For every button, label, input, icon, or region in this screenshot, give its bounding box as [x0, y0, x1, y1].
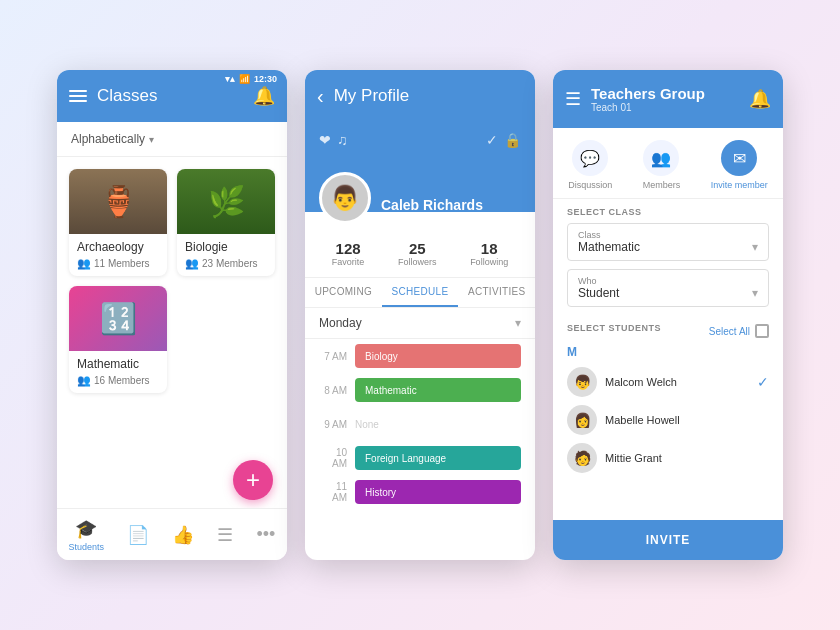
music-icon: ♫ [337, 132, 348, 148]
students-icon: 🎓 [75, 518, 97, 540]
stat-favorite: 128 Favorite [332, 240, 365, 267]
day-dropdown-icon: ▾ [515, 316, 521, 330]
add-class-fab[interactable]: + [233, 460, 273, 500]
profile-school: Oxford School [381, 213, 483, 224]
class-card-mathematic[interactable]: 🔢 Mathematic 👥 16 Members [69, 286, 167, 393]
students-section-header: SELECT STUDENTS Select All [567, 323, 769, 339]
tab-discussion[interactable]: 💬 Disqussion [568, 140, 612, 190]
time-11am: 11 AM [319, 481, 347, 503]
group-title: Teachers Group [591, 85, 739, 102]
back-button[interactable]: ‹ [317, 85, 324, 108]
classes-grid: 🏺 Archaeology 👥 11 Members 🌿 Biologie 👥 … [57, 157, 287, 405]
time-10am: 10 AM [319, 447, 347, 469]
sort-label: Alphabetically [71, 132, 145, 146]
history-block: History [355, 480, 521, 504]
mittie-name: Mittie Grant [605, 452, 769, 464]
group-menu-icon[interactable]: ☰ [565, 88, 581, 110]
time-display: 12:30 [254, 74, 277, 84]
invite-label: Invite member [711, 180, 768, 190]
favorite-label: Favorite [332, 257, 365, 267]
tab-activities[interactable]: ACTIVITIES [458, 278, 535, 307]
members-icon-3: 👥 [77, 374, 91, 387]
biologie-name: Biologie [185, 240, 267, 254]
mathematic-block: Mathematic [355, 378, 521, 402]
archaeology-image: 🏺 [69, 169, 167, 234]
nav-students[interactable]: 🎓 Students [69, 518, 105, 552]
student-alpha-m: M [567, 345, 769, 359]
class-card-archaeology[interactable]: 🏺 Archaeology 👥 11 Members [69, 169, 167, 276]
class-card-biologie[interactable]: 🌿 Biologie 👥 23 Members [177, 169, 275, 276]
banner-icons: ❤ ♫ [319, 132, 348, 148]
nav-more[interactable]: ••• [257, 524, 276, 545]
members-tab-label: Members [643, 180, 681, 190]
invite-button[interactable]: INVITE [553, 520, 783, 560]
student-row-mittie[interactable]: 🧑 Mittie Grant [567, 439, 769, 477]
profile-emoji: 👨 [330, 184, 360, 212]
bottom-navigation: 🎓 Students 📄 👍 ☰ ••• [57, 508, 287, 560]
mathematic-members: 👥 16 Members [77, 374, 159, 387]
tab-upcoming[interactable]: UPCOMING [305, 278, 382, 307]
sort-bar[interactable]: Alphabetically ▾ [57, 122, 287, 157]
tab-invite-member[interactable]: ✉ Invite member [711, 140, 768, 190]
tab-schedule[interactable]: SCHEDULE [382, 278, 459, 307]
malcom-avatar: 👦 [567, 367, 597, 397]
biologie-image: 🌿 [177, 169, 275, 234]
avatar: 👨 [319, 172, 371, 224]
class-field-value: Mathematic [578, 240, 640, 254]
schedule-list: 7 AM Biology 8 AM Mathematic 9 AM None 1… [305, 339, 535, 509]
none-label: None [355, 419, 379, 430]
heart-icon: ❤ [319, 132, 331, 148]
select-all-button[interactable]: Select All [709, 326, 750, 337]
group-header: ☰ Teachers Group Teach 01 🔔 [553, 70, 783, 128]
members-tab-icon: 👥 [643, 140, 679, 176]
day-label: Monday [319, 316, 509, 330]
group-bell-icon[interactable]: 🔔 [749, 88, 771, 110]
who-field-label: Who [578, 276, 758, 286]
profile-name: Caleb Richards [381, 197, 483, 213]
mathematic-image: 🔢 [69, 286, 167, 351]
bell-icon[interactable]: 🔔 [253, 85, 275, 107]
nav-like[interactable]: 👍 [172, 524, 194, 546]
classes-title: Classes [97, 86, 157, 106]
class-field[interactable]: Class Mathematic ▾ [567, 223, 769, 261]
classes-card: ▾▴ 📶 12:30 Classes 🔔 Alphabetically ▾ 🏺 … [57, 70, 287, 560]
stat-followers: 25 Followers [398, 240, 437, 267]
archaeology-members: 👥 11 Members [77, 257, 159, 270]
time-7am: 7 AM [319, 351, 347, 362]
select-class-header: SELECT CLASS [567, 207, 769, 217]
tab-members[interactable]: 👥 Members [643, 140, 681, 190]
profile-name-area: Caleb Richards Oxford School [381, 197, 483, 224]
teachers-group-card: ▾▴ 📶 12:30 ☰ Teachers Group Teach 01 🔔 💬… [553, 70, 783, 560]
time-9am: 9 AM [319, 419, 347, 430]
mabelle-avatar: 👩 [567, 405, 597, 435]
profile-banner: ❤ ♫ ✓ 🔒 👨 Caleb Richards Oxford School [305, 122, 535, 212]
select-students-header: SELECT STUDENTS [567, 323, 661, 333]
mabelle-name: Mabelle Howell [605, 414, 769, 426]
signal-icon: 📶 [239, 74, 250, 84]
select-all-checkbox[interactable] [755, 324, 769, 338]
biology-block: Biology [355, 344, 521, 368]
members-icon-2: 👥 [185, 257, 199, 270]
time-8am: 8 AM [319, 385, 347, 396]
schedule-row-10am: 10 AM Foreign Language [319, 441, 521, 475]
student-row-mabelle[interactable]: 👩 Mabelle Howell [567, 401, 769, 439]
following-label: Following [470, 257, 508, 267]
like-icon: 👍 [172, 524, 194, 546]
lock-icon: 🔒 [504, 132, 521, 148]
nav-list[interactable]: ☰ [217, 524, 233, 546]
profile-tabs: UPCOMING SCHEDULE ACTIVITIES [305, 278, 535, 308]
archaeology-name: Archaeology [77, 240, 159, 254]
favorite-count: 128 [332, 240, 365, 257]
mathematic-name: Mathematic [77, 357, 159, 371]
who-field[interactable]: Who Student ▾ [567, 269, 769, 307]
list-icon: ☰ [217, 524, 233, 546]
student-row-malcom[interactable]: 👦 Malcom Welch ✓ [567, 363, 769, 401]
day-selector[interactable]: Monday ▾ [305, 308, 535, 339]
who-dropdown-icon: ▾ [752, 286, 758, 300]
sort-arrow-icon: ▾ [149, 134, 154, 145]
files-icon: 📄 [127, 524, 149, 546]
malcom-name: Malcom Welch [605, 376, 749, 388]
class-field-label: Class [578, 230, 758, 240]
menu-icon[interactable] [69, 90, 87, 102]
nav-files[interactable]: 📄 [127, 524, 149, 546]
